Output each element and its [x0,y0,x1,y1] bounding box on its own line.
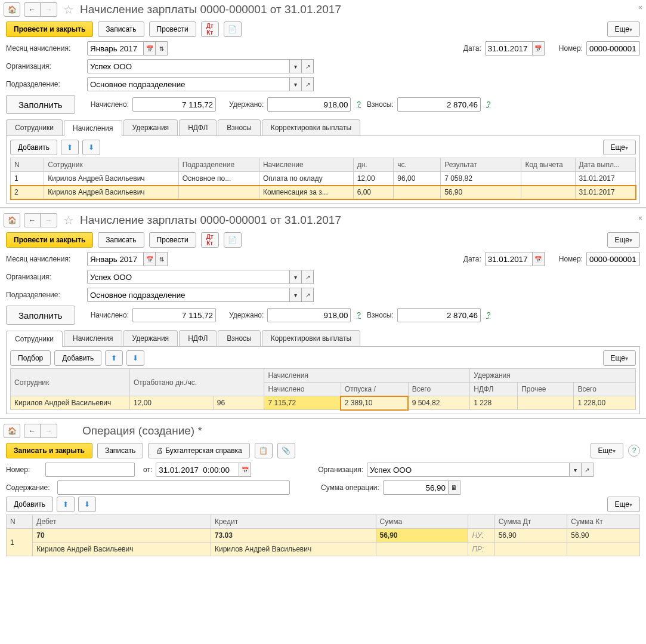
more-button[interactable]: Еще [591,443,623,458]
dropdown-icon[interactable]: ▾ [290,59,302,73]
calendar-icon[interactable]: 📅 [239,463,251,477]
accrued-value [132,97,216,112]
tab-employees[interactable]: Сотрудники [6,331,63,347]
dropdown-icon[interactable]: ▾ [290,288,302,302]
more-button[interactable]: Еще [607,21,640,37]
attach-button[interactable]: 📎 [277,443,295,458]
add-button[interactable]: Добавить [10,140,57,155]
tab-corrections[interactable]: Корректировки выплаты [262,330,360,346]
date-input[interactable] [485,252,533,266]
help-link[interactable]: ? [354,100,363,109]
tab-withholdings[interactable]: Удержания [123,330,178,346]
sum-input[interactable] [383,480,449,495]
back-button[interactable]: ← [24,213,41,227]
sum-label: Сумма операции: [321,483,379,492]
tab-withholdings[interactable]: Удержания [123,119,178,135]
open-icon[interactable]: ↗ [582,463,594,477]
fill-button[interactable]: Заполнить [6,95,75,114]
copy-button[interactable]: 📋 [255,443,273,458]
fill-button[interactable]: Заполнить [6,306,75,325]
panel-employees: 🏠 ← → ☆ Начисление зарплаты 0000-000001 … [0,211,646,419]
dtkt-button[interactable]: ДтКт [201,21,219,37]
from-input[interactable] [156,463,239,477]
open-icon[interactable]: ↗ [302,270,314,284]
post-button[interactable]: Провести [149,21,196,37]
home-button[interactable]: 🏠 [4,424,20,438]
dep-input[interactable] [87,288,290,302]
more-button[interactable]: Еще [607,497,640,512]
tab-accruals[interactable]: Начисления [64,330,122,346]
add-button[interactable]: Добавить [54,350,101,366]
content-input[interactable] [57,480,290,495]
tab-corrections[interactable]: Корректировки выплаты [262,119,360,135]
pick-button[interactable]: Подбор [10,350,51,366]
save-button[interactable]: Записать [97,443,143,458]
date-input[interactable] [485,41,533,56]
stepper-icon[interactable]: ⇅ [156,252,168,266]
calendar-icon[interactable]: 📅 [533,252,545,266]
calendar-icon[interactable]: 📅 [144,41,156,56]
accounting-reference-button[interactable]: 🖨 Бухгалтерская справка [148,443,250,458]
move-down-button[interactable]: ⬇ [82,140,100,155]
dropdown-icon[interactable]: ▾ [570,463,582,477]
org-input[interactable] [87,59,290,73]
number-input[interactable] [586,252,640,266]
post-button[interactable]: Провести [149,232,196,248]
help-link[interactable]: ? [484,311,493,319]
save-button[interactable]: Записать [98,232,144,248]
close-icon[interactable]: × [638,214,642,223]
move-down-button[interactable]: ⬇ [126,350,144,366]
add-button[interactable]: Добавить [6,497,53,512]
more-button[interactable]: Еще [603,140,636,155]
report-button[interactable]: 📄 [224,232,242,248]
number-input[interactable] [586,41,640,56]
move-up-button[interactable]: ⬆ [105,350,123,366]
help-link[interactable]: ? [354,311,363,319]
home-button[interactable]: 🏠 [4,2,20,17]
open-icon[interactable]: ↗ [302,288,314,302]
month-input[interactable] [87,252,144,266]
favorite-icon[interactable]: ☆ [61,2,76,17]
calendar-icon[interactable]: 📅 [533,41,545,56]
contrib-value [397,97,481,112]
month-input[interactable] [87,41,144,56]
calendar-icon[interactable]: 📅 [144,252,156,266]
dropdown-icon[interactable]: ▾ [290,77,302,91]
tab-employees[interactable]: Сотрудники [6,119,63,135]
date-label: Дата: [463,44,481,53]
number-input[interactable] [45,463,135,477]
tab-ndfl[interactable]: НДФЛ [179,330,217,346]
dtkt-button[interactable]: ДтКт [201,232,219,248]
tab-contributions[interactable]: Взносы [218,330,260,346]
move-up-button[interactable]: ⬆ [61,140,79,155]
close-icon[interactable]: × [638,4,642,12]
post-and-close-button[interactable]: Провести и закрыть [6,232,93,248]
move-down-button[interactable]: ⬇ [78,497,96,512]
open-icon[interactable]: ↗ [302,59,314,73]
more-button[interactable]: Еще [603,350,636,366]
report-button[interactable]: 📄 [224,21,242,37]
home-button[interactable]: 🏠 [4,213,20,227]
tab-contributions[interactable]: Взносы [218,119,260,135]
save-and-close-button[interactable]: Записать и закрыть [6,443,92,458]
dep-input[interactable] [87,77,290,91]
dropdown-icon[interactable]: ▾ [290,270,302,284]
org-input[interactable] [367,463,570,477]
move-up-button[interactable]: ⬆ [57,497,75,512]
calculator-icon[interactable]: 🖩 [449,480,460,495]
open-icon[interactable]: ↗ [302,77,314,91]
help-link[interactable]: ? [484,100,493,109]
org-label: Организация: [318,466,363,474]
favorite-icon[interactable]: ☆ [61,213,76,227]
stepper-icon[interactable]: ⇅ [156,41,168,56]
org-input[interactable] [87,270,290,284]
tab-ndfl[interactable]: НДФЛ [179,119,217,135]
postings-table: N Дебет Кредит Сумма Сумма Дт Сумма Кт 1… [6,514,640,556]
more-button[interactable]: Еще [607,232,640,248]
back-button[interactable]: ← [24,2,41,17]
tab-accruals[interactable]: Начисления [64,120,122,136]
back-button[interactable]: ← [24,424,41,438]
save-button[interactable]: Записать [98,21,144,37]
post-and-close-button[interactable]: Провести и закрыть [6,21,93,37]
help-button[interactable]: ? [628,445,640,457]
